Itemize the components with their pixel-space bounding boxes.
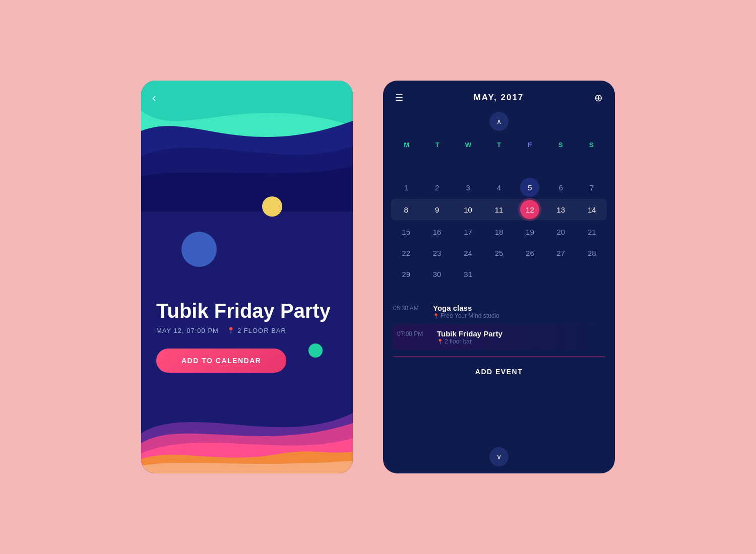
calendar-header: ☰ MAY, 2017 ⊕ bbox=[383, 81, 615, 109]
bottom-wave-decoration bbox=[141, 373, 353, 473]
day-16[interactable]: 16 bbox=[431, 223, 444, 241]
day-header-sun: S bbox=[576, 138, 607, 152]
add-to-calendar-button[interactable]: ADD TO CALENDAR bbox=[156, 349, 286, 373]
day-30[interactable]: 30 bbox=[431, 265, 444, 284]
day-empty bbox=[577, 263, 607, 285]
day-4[interactable]: 4 bbox=[495, 178, 503, 197]
day-empty bbox=[546, 156, 576, 177]
chevron-down-icon: ∨ bbox=[496, 453, 501, 461]
day-14[interactable]: 14 bbox=[586, 200, 598, 219]
day-26[interactable]: 26 bbox=[524, 244, 536, 262]
day-19[interactable]: 19 bbox=[524, 223, 536, 241]
day-12-today[interactable]: 12 bbox=[520, 200, 539, 219]
day-empty bbox=[515, 263, 545, 285]
event-time-party: 07:00 PM bbox=[397, 329, 430, 337]
day-21[interactable]: 21 bbox=[586, 223, 598, 241]
chevron-up-container: ∧ bbox=[383, 109, 615, 134]
day-3[interactable]: 3 bbox=[464, 178, 472, 197]
event-time-yoga: 06:30 AM bbox=[393, 304, 426, 312]
day-2[interactable]: 2 bbox=[433, 178, 441, 197]
event-location-party: 📍 2 floor bar bbox=[437, 338, 502, 345]
decorative-circle-yellow bbox=[262, 196, 282, 217]
calendar-screen: ☰ MAY, 2017 ⊕ ∧ M T W T F S S bbox=[383, 81, 615, 473]
day-empty bbox=[577, 156, 607, 177]
calendar-week-4: 22 23 24 25 26 27 28 bbox=[391, 242, 607, 263]
event-location: 📍 2 FLOOR BAR bbox=[227, 327, 286, 334]
event-date: MAY 12, 07:00 PM bbox=[156, 327, 219, 334]
day-headers-row: M T W T F S S bbox=[391, 138, 607, 152]
location-pin-icon-party: 📍 bbox=[437, 339, 443, 344]
day-header-mon: M bbox=[391, 138, 422, 152]
event-title: Tubik Friday Party bbox=[156, 300, 338, 322]
calendar-week-3: 15 16 17 18 19 20 21 bbox=[391, 221, 607, 242]
event-info-container: Tubik Friday Party MAY 12, 07:00 PM 📍 2 … bbox=[156, 300, 338, 373]
back-button[interactable]: ‹ bbox=[152, 92, 156, 105]
event-details-party: Tubik Friday Party 📍 2 floor bar bbox=[437, 329, 502, 345]
month-title: MAY, 2017 bbox=[474, 93, 524, 103]
day-empty bbox=[453, 156, 483, 177]
event-name-yoga: Yoga class bbox=[433, 304, 499, 312]
event-item-party[interactable]: 07:00 PM Tubik Friday Party 📍 2 floor ba… bbox=[393, 324, 605, 350]
day-10[interactable]: 10 bbox=[462, 200, 474, 219]
day-25[interactable]: 25 bbox=[493, 244, 506, 262]
event-name-party: Tubik Friday Party bbox=[437, 329, 502, 338]
menu-icon[interactable]: ☰ bbox=[395, 92, 403, 103]
day-empty bbox=[484, 156, 514, 177]
event-item-yoga[interactable]: 06:30 AM Yoga class 📍 Free Your Mind stu… bbox=[393, 299, 605, 324]
add-event-button[interactable]: ADD EVENT bbox=[393, 360, 605, 384]
day-empty bbox=[484, 263, 514, 285]
day-20[interactable]: 20 bbox=[555, 223, 568, 241]
event-details-yoga: Yoga class 📍 Free Your Mind studio bbox=[433, 304, 499, 319]
day-empty bbox=[391, 156, 421, 177]
day-8[interactable]: 8 bbox=[402, 200, 410, 219]
day-29[interactable]: 29 bbox=[400, 265, 412, 284]
calendar-week-5: 29 30 31 bbox=[391, 263, 607, 285]
day-13[interactable]: 13 bbox=[555, 200, 568, 219]
location-pin-icon: 📍 bbox=[227, 327, 235, 334]
day-header-fri: F bbox=[515, 138, 545, 152]
day-27[interactable]: 27 bbox=[555, 244, 568, 262]
day-6[interactable]: 6 bbox=[557, 178, 565, 197]
day-15[interactable]: 15 bbox=[400, 223, 412, 241]
event-meta: MAY 12, 07:00 PM 📍 2 FLOOR BAR bbox=[156, 327, 338, 334]
day-7[interactable]: 7 bbox=[588, 178, 596, 197]
day-empty bbox=[422, 156, 452, 177]
events-divider bbox=[393, 356, 605, 357]
calendar-week-2: 8 9 10 11 12 13 14 bbox=[391, 199, 607, 220]
decorative-circle-blue bbox=[181, 232, 217, 267]
day-17[interactable]: 17 bbox=[462, 223, 474, 241]
day-5[interactable]: 5 bbox=[520, 178, 539, 197]
day-24[interactable]: 24 bbox=[462, 244, 474, 262]
day-empty bbox=[515, 156, 545, 177]
day-23[interactable]: 23 bbox=[431, 244, 444, 262]
calendar-week-1: 1 2 3 4 5 6 7 bbox=[391, 177, 607, 198]
day-header-wed: W bbox=[453, 138, 483, 152]
calendar-grid: M T W T F S S 1 2 3 4 5 6 7 bbox=[383, 134, 615, 285]
event-location-yoga: 📍 Free Your Mind studio bbox=[433, 312, 499, 319]
day-28[interactable]: 28 bbox=[586, 244, 598, 262]
top-wave-decoration bbox=[141, 81, 353, 212]
day-1[interactable]: 1 bbox=[402, 178, 410, 197]
day-empty bbox=[546, 263, 576, 285]
calendar-week-0 bbox=[391, 156, 607, 177]
day-18[interactable]: 18 bbox=[493, 223, 506, 241]
search-icon[interactable]: ⊕ bbox=[594, 92, 603, 104]
day-22[interactable]: 22 bbox=[400, 244, 412, 262]
chevron-down-container: ∨ bbox=[383, 442, 615, 473]
chevron-up-icon: ∧ bbox=[496, 117, 501, 125]
day-31[interactable]: 31 bbox=[462, 265, 474, 284]
location-pin-icon-yoga: 📍 bbox=[433, 313, 439, 319]
day-header-thu: T bbox=[483, 138, 514, 152]
chevron-up-button[interactable]: ∧ bbox=[489, 112, 509, 131]
day-11[interactable]: 11 bbox=[493, 200, 506, 219]
day-9[interactable]: 9 bbox=[433, 200, 441, 219]
chevron-down-button[interactable]: ∨ bbox=[489, 447, 509, 466]
event-detail-screen: ‹ Tubik Friday Party MAY 12, 07:00 PM 📍 … bbox=[141, 81, 353, 473]
day-header-tue: T bbox=[422, 138, 453, 152]
day-header-sat: S bbox=[545, 138, 576, 152]
events-section: 06:30 AM Yoga class 📍 Free Your Mind stu… bbox=[383, 291, 615, 442]
